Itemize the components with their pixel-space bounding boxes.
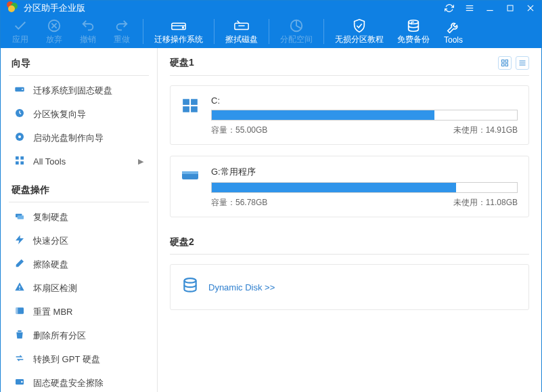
lossless-tutorial-label: 无损分区教程 bbox=[335, 34, 384, 45]
svg-rect-35 bbox=[16, 307, 18, 313]
undo-label: 撤销 bbox=[80, 34, 96, 45]
svg-rect-42 bbox=[502, 60, 505, 63]
eraser-icon bbox=[14, 258, 25, 271]
free-backup-button[interactable]: 免费备份 bbox=[390, 15, 436, 48]
redo-label: 重做 bbox=[114, 34, 130, 45]
svg-rect-26 bbox=[16, 161, 19, 165]
app-title: 分区助手企业版 bbox=[24, 2, 444, 14]
undo-button[interactable]: 撤销 bbox=[71, 15, 105, 48]
sidebar-item-erase-disk[interactable]: 擦除硬盘 bbox=[1, 253, 157, 276]
lossless-tutorial-button[interactable]: 无损分区教程 bbox=[328, 15, 390, 48]
disk-divider bbox=[170, 254, 529, 255]
tools-button[interactable]: Tools bbox=[436, 15, 470, 48]
partition-capacity: 容量：55.00GB bbox=[211, 125, 267, 136]
disk-divider bbox=[170, 75, 529, 76]
discard-button[interactable]: 放弃 bbox=[37, 15, 71, 48]
partition-unused: 未使用：11.08GB bbox=[453, 197, 518, 209]
shield-icon bbox=[352, 18, 367, 34]
svg-rect-50 bbox=[191, 99, 198, 105]
ssd-erase-icon bbox=[14, 376, 25, 389]
migrate-os-button[interactable]: 迁移操作系统 bbox=[148, 15, 210, 48]
svg-point-2 bbox=[8, 5, 15, 12]
windows-icon bbox=[181, 95, 202, 136]
sidebar-item-label: 删除所有分区 bbox=[33, 330, 86, 342]
dynamic-disk-card[interactable]: Dynamic Disk >> bbox=[170, 264, 529, 310]
grid-icon bbox=[14, 155, 25, 168]
sidebar-item-bad-sector-check[interactable]: 坏扇区检测 bbox=[1, 276, 157, 300]
svg-rect-25 bbox=[20, 156, 24, 160]
sidebar-item-copy-disk[interactable]: 复制硬盘 bbox=[1, 205, 157, 229]
svg-rect-16 bbox=[235, 23, 248, 29]
partition-card[interactable]: C: 容量：55.00GB 未使用：14.91GB bbox=[170, 85, 529, 145]
svg-rect-51 bbox=[183, 106, 189, 112]
partition-card[interactable]: G:常用程序 容量：56.78GB 未使用：11.08GB bbox=[170, 156, 529, 217]
svg-point-20 bbox=[22, 89, 23, 90]
sidebar-divider bbox=[9, 202, 149, 202]
refresh-icon[interactable] bbox=[444, 3, 455, 14]
svg-rect-29 bbox=[18, 215, 24, 219]
migrate-os-label: 迁移操作系统 bbox=[154, 34, 203, 45]
toolbar-separator bbox=[323, 19, 324, 44]
sidebar-item-partition-recovery[interactable]: 分区恢复向导 bbox=[1, 102, 157, 126]
svg-rect-7 bbox=[507, 5, 513, 11]
close-icon[interactable] bbox=[525, 3, 536, 14]
minimize-icon[interactable] bbox=[484, 3, 495, 14]
trash-icon bbox=[14, 329, 25, 342]
wipe-disk-label: 擦拭磁盘 bbox=[225, 34, 258, 45]
partition-unused: 未使用：14.91GB bbox=[453, 125, 518, 136]
check-icon bbox=[13, 18, 28, 34]
tools-label: Tools bbox=[444, 35, 463, 45]
allocate-space-button[interactable]: 分配空间 bbox=[273, 15, 319, 48]
partition-usage-bar bbox=[211, 110, 518, 121]
redo-button[interactable]: 重做 bbox=[105, 15, 139, 48]
svg-marker-30 bbox=[16, 235, 24, 244]
redo-icon bbox=[114, 18, 129, 34]
chevron-right-icon: ▶ bbox=[138, 157, 143, 166]
sidebar-item-all-tools[interactable]: All Tools ▶ bbox=[1, 150, 157, 173]
ops-section-title: 硬盘操作 bbox=[1, 180, 157, 202]
recover-icon bbox=[14, 108, 25, 121]
app-logo-icon bbox=[6, 1, 18, 15]
cancel-circle-icon bbox=[47, 18, 62, 34]
copy-disk-icon bbox=[14, 211, 25, 223]
mbr-icon bbox=[14, 305, 25, 318]
sidebar-item-label: 固态硬盘安全擦除 bbox=[33, 377, 104, 389]
svg-rect-24 bbox=[16, 156, 19, 160]
discard-label: 放弃 bbox=[46, 34, 62, 45]
sidebar-item-label: 迁移系统到固态硬盘 bbox=[33, 85, 112, 97]
sidebar-item-label: 坏扇区检测 bbox=[33, 282, 77, 295]
menu-icon[interactable] bbox=[464, 3, 475, 14]
dynamic-disk-label: Dynamic Disk >> bbox=[208, 282, 275, 292]
toolbar-separator bbox=[143, 19, 143, 44]
sidebar-item-delete-all-partitions[interactable]: 删除所有分区 bbox=[1, 324, 157, 347]
sidebar-item-ssd-secure-erase[interactable]: 固态硬盘安全擦除 bbox=[1, 371, 157, 392]
sidebar-item-label: 擦除硬盘 bbox=[33, 259, 68, 271]
sidebar-item-label: 分区恢复向导 bbox=[33, 108, 86, 121]
partition-title: G:常用程序 bbox=[211, 166, 518, 178]
drive-icon bbox=[181, 166, 202, 209]
disk2-label: 硬盘2 bbox=[170, 236, 194, 248]
allocate-space-label: 分配空间 bbox=[280, 34, 313, 45]
svg-rect-49 bbox=[183, 99, 189, 105]
sidebar-item-boot-disc[interactable]: 启动光盘制作向导 bbox=[1, 126, 157, 150]
svg-rect-54 bbox=[182, 171, 198, 174]
partition-usage-bar bbox=[211, 182, 518, 193]
sidebar-item-convert-gpt[interactable]: 转换到 GPT 硬盘 bbox=[1, 347, 157, 371]
svg-rect-36 bbox=[18, 330, 21, 332]
sidebar-item-label: 启动光盘制作向导 bbox=[33, 132, 104, 144]
sidebar-item-rebuild-mbr[interactable]: 重置 MBR bbox=[1, 300, 157, 324]
disk1-label: 硬盘1 bbox=[170, 57, 194, 69]
svg-point-15 bbox=[183, 27, 184, 28]
view-grid-icon[interactable] bbox=[498, 56, 512, 70]
maximize-icon[interactable] bbox=[505, 3, 516, 14]
svg-point-55 bbox=[184, 278, 196, 283]
sidebar-item-migrate-ssd[interactable]: 迁移系统到固态硬盘 bbox=[1, 79, 157, 102]
svg-point-38 bbox=[21, 381, 23, 383]
svg-rect-33 bbox=[19, 289, 20, 290]
sidebar-item-label: 复制硬盘 bbox=[33, 211, 68, 223]
apply-button[interactable]: 应用 bbox=[3, 15, 37, 48]
view-list-icon[interactable] bbox=[516, 56, 529, 70]
wipe-disk-button[interactable]: 擦拭磁盘 bbox=[219, 15, 265, 48]
disc-icon bbox=[14, 131, 25, 144]
sidebar-item-quick-partition[interactable]: 快速分区 bbox=[1, 229, 157, 253]
